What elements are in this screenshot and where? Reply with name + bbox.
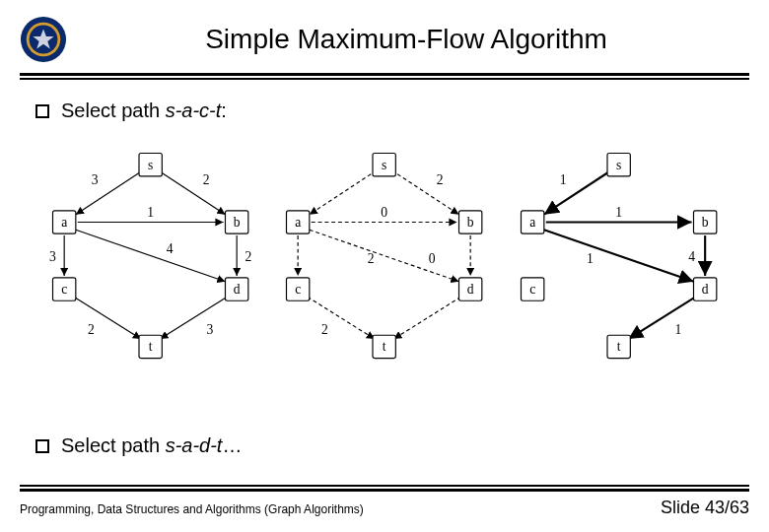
graph-residual: 1 1 1 4 1 s a b c d t (504, 136, 734, 369)
node-d: d (225, 278, 247, 300)
edge-ac-label: 3 (49, 249, 56, 264)
node-a: a (52, 211, 75, 233)
svg-text:s: s (148, 158, 153, 172)
edge3-dt-label: 1 (674, 322, 681, 337)
node3-t: t (607, 335, 630, 358)
bullet-1-prefix: Select path (61, 100, 166, 121)
node-s: s (139, 153, 162, 175)
node-b: b (225, 211, 247, 233)
svg-line-10 (74, 297, 141, 339)
node2-c: c (287, 278, 310, 300)
edge-sb-label: 2 (203, 172, 210, 187)
edge2-sb-label: 2 (437, 172, 444, 187)
svg-line-30 (308, 297, 375, 339)
edge2-ct-label: 2 (321, 322, 328, 337)
svg-line-11 (160, 297, 227, 339)
footer-right: Slide 43/63 (661, 498, 749, 518)
svg-line-28 (310, 230, 459, 281)
graphs-row: 3 2 1 3 4 2 2 3 s a (30, 136, 739, 369)
svg-text:s: s (382, 158, 386, 172)
svg-text:c: c (529, 282, 535, 297)
footer: Programming, Data Structures and Algorit… (0, 485, 769, 532)
node3-s: s (607, 153, 630, 175)
footer-row: Programming, Data Structures and Algorit… (20, 498, 749, 518)
edge3-ad-label: 1 (587, 251, 594, 266)
svg-text:t: t (383, 339, 386, 354)
svg-line-25 (392, 170, 459, 215)
slide-prefix: Slide (661, 498, 705, 517)
node2-t: t (373, 335, 395, 358)
node2-b: b (459, 211, 482, 233)
node2-s: s (373, 153, 395, 175)
seal-logo (20, 16, 67, 63)
bullet-1-suffix: : (221, 100, 227, 121)
square-bullet-icon (35, 439, 49, 453)
slide: Simple Maximum-Flow Algorithm Select pat… (0, 0, 769, 532)
edge3-ab-label: 1 (615, 205, 622, 220)
bullet-1-path: s-a-c-t (166, 100, 222, 121)
edge3-bd-label: 4 (688, 249, 695, 264)
svg-text:a: a (61, 215, 67, 230)
svg-text:b: b (701, 215, 708, 230)
slide-number: 43/63 (705, 498, 749, 517)
svg-line-46 (543, 230, 693, 281)
footer-rule (20, 485, 749, 492)
svg-text:a: a (529, 215, 535, 230)
svg-line-4 (76, 170, 143, 215)
svg-line-48 (628, 297, 695, 339)
svg-line-24 (310, 170, 377, 215)
node3-c: c (521, 278, 543, 300)
graph-flow: 2 0 2 0 2 s a b c d t (269, 136, 499, 369)
svg-text:c: c (61, 282, 67, 297)
bullet-2: Select path s-a-d-t… (35, 434, 242, 457)
svg-line-8 (76, 230, 226, 281)
bullet-1-text: Select path s-a-c-t: (61, 100, 227, 122)
svg-line-31 (394, 297, 461, 339)
node-c: c (52, 278, 75, 300)
bullet-2-wrap: Select path s-a-d-t… (30, 427, 242, 471)
node2-d: d (459, 278, 482, 300)
bullet-2-prefix: Select path (61, 434, 166, 456)
edge3-sa-label: 1 (560, 172, 567, 187)
edge2-bd-label: 0 (429, 251, 436, 266)
svg-text:s: s (616, 158, 621, 172)
svg-line-5 (158, 170, 225, 215)
header: Simple Maximum-Flow Algorithm (0, 0, 769, 69)
edge2-ad-label: 2 (368, 251, 375, 266)
svg-text:t: t (149, 339, 153, 354)
node3-d: d (693, 278, 716, 300)
svg-text:d: d (701, 282, 708, 297)
svg-text:c: c (295, 282, 301, 297)
svg-line-44 (543, 170, 610, 215)
edge2-ab-label: 0 (382, 205, 388, 220)
bullet-1: Select path s-a-c-t: (35, 100, 739, 122)
svg-text:d: d (234, 282, 241, 297)
slide-title: Simple Maximum-Flow Algorithm (83, 24, 749, 55)
node3-b: b (693, 211, 716, 233)
svg-text:b: b (467, 215, 474, 230)
edge-ad-label: 4 (167, 241, 174, 256)
graph-original: 3 2 1 3 4 2 2 3 s a (35, 136, 265, 369)
edge-bd-label: 2 (245, 249, 251, 264)
node-t: t (139, 335, 162, 358)
edge-ab-label: 1 (147, 205, 154, 220)
bullet-2-text: Select path s-a-d-t… (61, 434, 242, 457)
edge-sa-label: 3 (92, 172, 99, 187)
svg-text:t: t (616, 339, 620, 354)
edge-dt-label: 3 (207, 322, 214, 337)
node2-a: a (287, 211, 310, 233)
node3-a: a (521, 211, 543, 233)
bullet-2-suffix: … (222, 434, 242, 456)
svg-text:b: b (234, 215, 241, 230)
svg-text:d: d (467, 282, 474, 297)
footer-left: Programming, Data Structures and Algorit… (20, 502, 364, 516)
slide-body: Select path s-a-c-t: 3 2 (0, 80, 769, 369)
title-rule (20, 73, 749, 80)
edge-ct-label: 2 (88, 322, 95, 337)
square-bullet-icon (35, 104, 49, 118)
bullet-2-path: s-a-d-t (166, 434, 223, 456)
svg-text:a: a (295, 215, 301, 230)
